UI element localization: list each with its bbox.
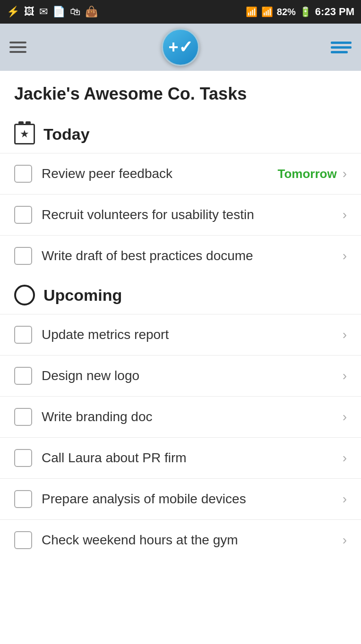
task-checkbox-9[interactable] [14, 531, 32, 549]
cart-icon: 🛍 [70, 6, 80, 18]
task-text-9: Check weekend hours at the gym [42, 533, 333, 548]
bag-icon: 👜 [85, 6, 98, 18]
chevron-icon-3: › [343, 248, 347, 263]
task-item[interactable]: Write draft of best practices docume › [0, 235, 361, 276]
chevron-icon-4: › [343, 327, 347, 342]
add-task-button[interactable]: +✓ [162, 28, 199, 66]
battery-label: 82% [277, 7, 296, 17]
task-checkbox-6[interactable] [14, 408, 32, 426]
hamburger-line-2 [9, 46, 26, 48]
task-checkbox-4[interactable] [14, 326, 32, 344]
main-content: Jackie's Awesome Co. Tasks Today Review … [0, 71, 361, 644]
chevron-icon-1: › [343, 166, 347, 181]
chevron-icon-6: › [343, 409, 347, 424]
task-text-5: Design new logo [42, 368, 333, 383]
task-text-2: Recruit volunteers for usability testin [42, 207, 333, 222]
task-right-1: Tomorrow › [277, 166, 347, 181]
task-item[interactable]: Call Laura about PR firm › [0, 437, 361, 478]
task-right-7: › [343, 450, 347, 466]
task-right-6: › [343, 409, 347, 424]
task-checkbox-3[interactable] [14, 247, 32, 265]
upcoming-section-label: Upcoming [43, 286, 122, 305]
mail-icon: ✉ [39, 6, 48, 18]
status-bar: ⚡ 🖼 ✉ 📄 🛍 👜 📶 📶 82% 🔋 6:23 PM [0, 0, 361, 24]
task-checkbox-7[interactable] [14, 449, 32, 467]
hamburger-line-1 [9, 42, 26, 43]
task-text-1: Review peer feedback [42, 166, 268, 181]
task-item[interactable]: Review peer feedback Tomorrow › [0, 153, 361, 194]
task-right-8: › [343, 491, 347, 507]
hamburger-menu-button[interactable] [9, 42, 26, 53]
task-right-4: › [343, 327, 347, 342]
task-right-5: › [343, 368, 347, 383]
task-item[interactable]: Recruit volunteers for usability testin … [0, 194, 361, 235]
list-icon-line-1 [331, 42, 352, 44]
task-checkbox-2[interactable] [14, 206, 32, 224]
upcoming-section-header: Upcoming [0, 276, 361, 314]
today-section-header: Today [0, 115, 361, 153]
task-text-7: Call Laura about PR firm [42, 450, 333, 466]
hamburger-line-3 [9, 51, 26, 53]
add-task-icon: +✓ [168, 39, 192, 56]
usb-icon: ⚡ [7, 6, 19, 18]
task-text-4: Update metrics report [42, 327, 333, 342]
today-section-label: Today [43, 125, 90, 144]
app-bar: +✓ [0, 24, 361, 71]
signal-icon: 📶 [261, 6, 273, 17]
task-text-6: Write branding doc [42, 409, 333, 424]
chevron-icon-7: › [343, 450, 347, 466]
status-bar-left: ⚡ 🖼 ✉ 📄 🛍 👜 [7, 6, 98, 18]
image-icon: 🖼 [24, 6, 34, 18]
task-checkbox-5[interactable] [14, 367, 32, 385]
chevron-icon-9: › [343, 533, 347, 548]
time-label: 6:23 PM [315, 6, 354, 18]
task-item[interactable]: Write branding doc › [0, 396, 361, 437]
fab-area: +✓ [162, 28, 199, 66]
status-bar-right: 📶 📶 82% 🔋 6:23 PM [246, 6, 354, 18]
list-icon-line-3 [331, 51, 348, 53]
list-icon-line-2 [331, 46, 352, 49]
today-icon [14, 124, 35, 144]
task-text-8: Prepare analysis of mobile devices [42, 491, 333, 507]
page-title: Jackie's Awesome Co. Tasks [0, 71, 361, 115]
chevron-icon-5: › [343, 368, 347, 383]
task-item[interactable]: Check weekend hours at the gym › [0, 519, 361, 560]
task-checkbox-1[interactable] [14, 165, 32, 183]
file-icon: 📄 [52, 6, 65, 18]
battery-icon: 🔋 [300, 6, 311, 17]
task-item[interactable]: Update metrics report › [0, 314, 361, 355]
chevron-icon-8: › [343, 491, 347, 507]
wifi-icon: 📶 [246, 6, 258, 17]
task-due-1: Tomorrow [277, 167, 336, 181]
chevron-icon-2: › [343, 207, 347, 222]
task-checkbox-8[interactable] [14, 490, 32, 508]
task-right-9: › [343, 533, 347, 548]
task-text-3: Write draft of best practices docume [42, 248, 333, 263]
task-right-2: › [343, 207, 347, 222]
upcoming-icon [14, 285, 35, 305]
task-item[interactable]: Design new logo › [0, 355, 361, 396]
list-view-button[interactable] [331, 42, 352, 53]
task-right-3: › [343, 248, 347, 263]
task-item[interactable]: Prepare analysis of mobile devices › [0, 478, 361, 519]
